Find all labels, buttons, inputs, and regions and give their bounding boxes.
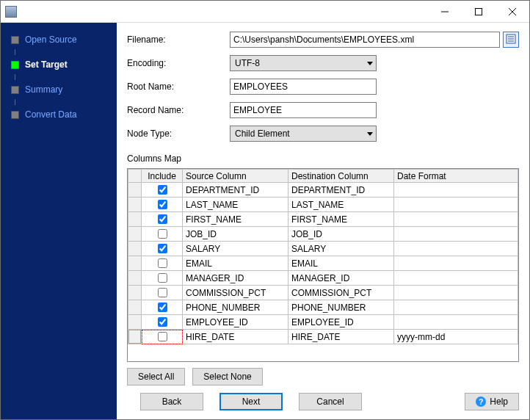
source-column-cell[interactable]: PHONE_NUMBER	[183, 300, 288, 315]
include-checkbox[interactable]	[158, 185, 167, 195]
include-cell[interactable]	[142, 198, 183, 212]
include-checkbox[interactable]	[158, 303, 167, 312]
row-handle[interactable]	[128, 315, 142, 330]
include-header[interactable]: Include	[142, 170, 183, 183]
browse-button[interactable]	[503, 32, 519, 48]
wizard-window: Open SourceSet TargetSummaryConvert Data…	[0, 0, 530, 420]
destination-column-cell[interactable]: EMPLOYEE_ID	[288, 315, 394, 330]
row-handle[interactable]	[128, 286, 142, 300]
select-none-button[interactable]: Select None	[192, 368, 262, 385]
browse-icon	[506, 34, 516, 46]
encoding-value: UTF-8	[235, 58, 260, 68]
cancel-button[interactable]: Cancel	[299, 393, 362, 410]
source-column-cell[interactable]: EMAIL	[183, 256, 288, 271]
minimize-button[interactable]	[428, 1, 462, 23]
destination-column-cell[interactable]: EMAIL	[288, 256, 394, 271]
chevron-down-icon	[367, 62, 373, 65]
include-cell[interactable]	[142, 315, 183, 330]
include-checkbox[interactable]	[158, 244, 167, 253]
back-button[interactable]: Back	[140, 393, 203, 410]
row-handle[interactable]	[128, 212, 142, 227]
include-checkbox[interactable]	[158, 214, 167, 224]
source-column-cell[interactable]: COMMISSION_PCT	[183, 286, 288, 300]
include-checkbox[interactable]	[158, 317, 167, 327]
include-cell[interactable]	[142, 227, 183, 242]
include-cell[interactable]	[142, 256, 183, 271]
destination-header[interactable]: Destination Column	[288, 170, 394, 183]
wizard-step[interactable]: Summary	[1, 80, 117, 99]
source-column-cell[interactable]: DEPARTMENT_ID	[183, 183, 288, 198]
row-handle[interactable]	[128, 271, 142, 286]
include-cell[interactable]	[142, 271, 183, 286]
source-column-cell[interactable]: LAST_NAME	[183, 198, 288, 212]
source-column-cell[interactable]: MANAGER_ID	[183, 271, 288, 286]
destination-column-cell[interactable]: MANAGER_ID	[288, 271, 394, 286]
select-all-button[interactable]: Select All	[127, 368, 185, 385]
date-format-cell[interactable]	[394, 256, 518, 271]
row-handle[interactable]	[128, 300, 142, 315]
table-row: JOB_IDJOB_ID	[128, 227, 518, 242]
source-header[interactable]: Source Column	[183, 170, 288, 183]
source-column-cell[interactable]: EMPLOYEE_ID	[183, 315, 288, 330]
table-row: EMAILEMAIL	[128, 256, 518, 271]
include-checkbox[interactable]	[158, 229, 167, 239]
include-cell[interactable]	[142, 242, 183, 256]
root-name-input[interactable]	[230, 79, 377, 95]
wizard-steps-sidebar: Open SourceSet TargetSummaryConvert Data	[1, 23, 117, 419]
source-column-cell[interactable]: HIRE_DATE	[183, 330, 288, 344]
node-type-select[interactable]: Child Element	[230, 126, 377, 142]
source-column-cell[interactable]: FIRST_NAME	[183, 212, 288, 227]
wizard-step[interactable]: Convert Data	[1, 105, 117, 124]
main-panel: Filename: Encoding: UTF-8 Root Name:	[117, 23, 529, 419]
step-marker-icon	[11, 111, 19, 119]
row-handle[interactable]	[128, 227, 142, 242]
date-format-cell[interactable]	[394, 286, 518, 300]
include-checkbox[interactable]	[158, 332, 167, 341]
date-format-cell[interactable]	[394, 242, 518, 256]
next-button[interactable]: Next	[219, 393, 283, 410]
table-row: LAST_NAMELAST_NAME	[128, 198, 518, 212]
date-format-cell[interactable]	[394, 300, 518, 315]
date-format-cell[interactable]	[394, 198, 518, 212]
row-handle[interactable]	[128, 330, 142, 344]
destination-column-cell[interactable]: DEPARTMENT_ID	[288, 183, 394, 198]
source-column-cell[interactable]: SALARY	[183, 242, 288, 256]
destination-column-cell[interactable]: FIRST_NAME	[288, 212, 394, 227]
destination-column-cell[interactable]: HIRE_DATE	[288, 330, 394, 344]
destination-column-cell[interactable]: LAST_NAME	[288, 198, 394, 212]
row-handle[interactable]	[128, 242, 142, 256]
include-cell[interactable]	[142, 300, 183, 315]
source-column-cell[interactable]: JOB_ID	[183, 227, 288, 242]
date-format-cell[interactable]	[394, 183, 518, 198]
row-handle[interactable]	[128, 198, 142, 212]
include-checkbox[interactable]	[158, 200, 167, 209]
date-format-cell[interactable]	[394, 212, 518, 227]
destination-column-cell[interactable]: PHONE_NUMBER	[288, 300, 394, 315]
destination-column-cell[interactable]: COMMISSION_PCT	[288, 286, 394, 300]
include-checkbox[interactable]	[158, 273, 167, 283]
include-checkbox[interactable]	[158, 258, 167, 268]
encoding-select[interactable]: UTF-8	[230, 55, 377, 71]
date-format-cell[interactable]	[394, 315, 518, 330]
date-format-header[interactable]: Date Format	[394, 170, 518, 183]
wizard-step[interactable]: Open Source	[1, 30, 117, 49]
include-cell[interactable]	[142, 183, 183, 198]
maximize-button[interactable]	[462, 1, 495, 23]
row-handle[interactable]	[128, 183, 142, 198]
filename-input[interactable]	[230, 32, 500, 48]
destination-column-cell[interactable]: JOB_ID	[288, 227, 394, 242]
row-handle[interactable]	[128, 256, 142, 271]
include-cell[interactable]	[142, 330, 183, 344]
date-format-cell[interactable]	[394, 227, 518, 242]
step-label: Summary	[25, 84, 62, 95]
include-cell[interactable]	[142, 286, 183, 300]
include-cell[interactable]	[142, 212, 183, 227]
include-checkbox[interactable]	[158, 288, 167, 297]
date-format-cell[interactable]	[394, 271, 518, 286]
close-button[interactable]	[495, 1, 529, 23]
wizard-step[interactable]: Set Target	[1, 55, 117, 74]
record-name-input[interactable]	[230, 102, 377, 118]
help-button[interactable]: ? Help	[465, 393, 519, 410]
destination-column-cell[interactable]: SALARY	[288, 242, 394, 256]
date-format-cell[interactable]: yyyy-mm-dd	[394, 330, 518, 344]
